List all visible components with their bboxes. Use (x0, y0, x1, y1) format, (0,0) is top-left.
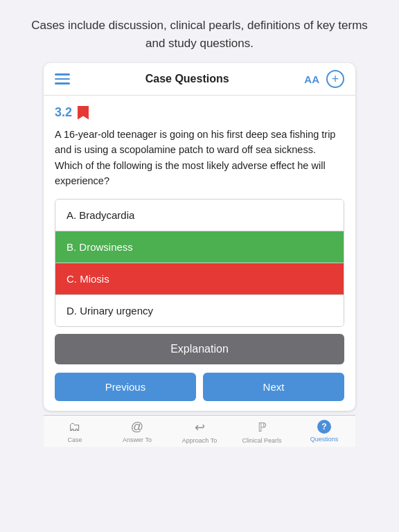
aa-button[interactable]: AA (304, 73, 319, 85)
tab-approach-to[interactable]: ↩ Approach To (168, 416, 231, 447)
option-a[interactable]: A. Bradycardia (55, 200, 344, 231)
tab-answer-to[interactable]: @ Answer To (106, 416, 168, 447)
plus-button[interactable]: + (326, 70, 344, 88)
options-list: A. Bradycardia B. Drowsiness C. Miosis D… (55, 199, 344, 327)
approach-to-icon: ↩ (195, 420, 205, 435)
case-icon: 🗂 (69, 420, 81, 434)
bottom-tabs: 🗂 Case @ Answer To ↩ Approach To ℙ Clini… (44, 415, 355, 447)
card-body: 3.2 A 16-year-old teenager is going on h… (44, 96, 355, 411)
tab-questions-label: Questions (310, 436, 339, 443)
card-header: Case Questions AA + (44, 63, 355, 96)
option-c[interactable]: C. Miosis (55, 263, 344, 295)
bookmark-icon[interactable] (78, 106, 89, 120)
clinical-pearls-icon: ℙ (258, 420, 267, 435)
option-b[interactable]: B. Drowsiness (55, 231, 344, 263)
tab-approach-to-label: Approach To (182, 437, 217, 444)
question-text: A 16-year-old teenager is going on his f… (55, 127, 344, 189)
tab-questions[interactable]: ? Questions (293, 416, 355, 447)
questions-icon: ? (317, 420, 331, 434)
explanation-button[interactable]: Explanation (55, 334, 344, 364)
top-description: Cases include discussion, clinical pearl… (0, 0, 399, 63)
tab-case[interactable]: 🗂 Case (44, 416, 106, 447)
header-title: Case Questions (145, 73, 229, 85)
previous-button[interactable]: Previous (55, 373, 196, 401)
question-number: 3.2 (55, 105, 72, 120)
tab-case-label: Case (67, 436, 82, 443)
menu-icon[interactable] (55, 73, 70, 85)
main-card: Case Questions AA + 3.2 A 16-year-old te… (44, 63, 355, 411)
answer-to-icon: @ (131, 420, 143, 434)
tab-clinical-pearls[interactable]: ℙ Clinical Pearls (231, 416, 293, 447)
option-d[interactable]: D. Urinary urgency (55, 295, 344, 326)
tab-answer-to-label: Answer To (123, 436, 152, 443)
next-button[interactable]: Next (203, 373, 344, 401)
question-number-row: 3.2 (55, 105, 344, 120)
nav-buttons: Previous Next (55, 373, 344, 404)
tab-clinical-pearls-label: Clinical Pearls (242, 437, 281, 444)
